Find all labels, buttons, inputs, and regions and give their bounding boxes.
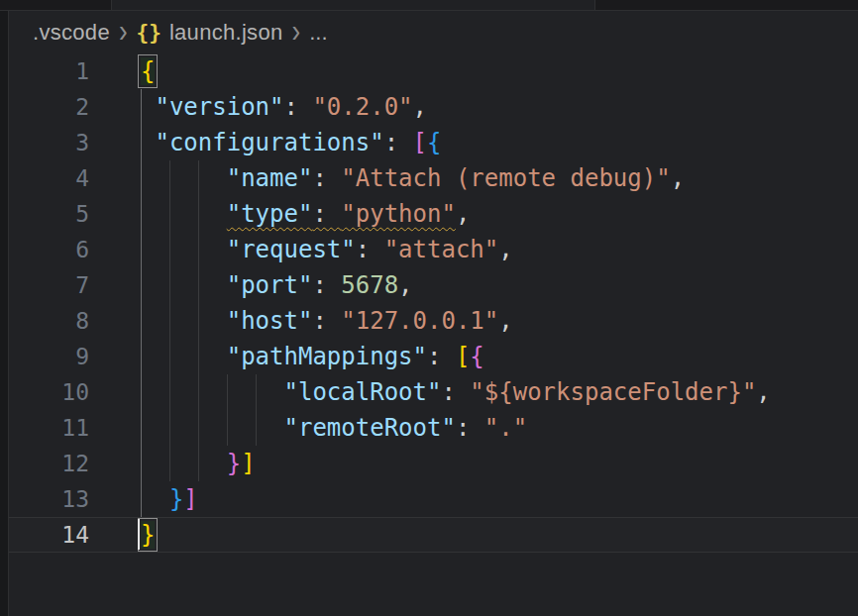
line-number[interactable]: 13 — [9, 481, 89, 517]
code-line[interactable]: 2 "version": "0.2.0", — [9, 89, 858, 125]
indent-guide — [227, 410, 228, 446]
line-number[interactable]: 9 — [9, 339, 89, 374]
line-number[interactable]: 4 — [9, 160, 89, 196]
line-number[interactable]: 5 — [9, 196, 89, 232]
line-content: "type": "python", — [141, 196, 858, 232]
breadcrumb: .vscode›{}launch.json›... — [9, 11, 858, 53]
code-token: : — [384, 129, 413, 156]
code-token: "pathMappings" — [227, 343, 427, 370]
indent-guide — [169, 232, 170, 267]
line-number[interactable]: 14 — [9, 517, 89, 553]
line-number[interactable]: 12 — [9, 446, 89, 481]
code-line[interactable]: 3 "configurations": [{ — [9, 125, 858, 160]
line-content: "configurations": [{ — [141, 125, 858, 160]
code-line[interactable]: 14} — [9, 517, 858, 553]
code-line[interactable]: 10 "localRoot": "${workspaceFolder}", — [9, 374, 858, 410]
indent-guide — [227, 374, 228, 410]
line-number[interactable]: 6 — [9, 232, 89, 267]
code-token: : — [284, 93, 313, 121]
indent-guide — [198, 160, 199, 196]
active-indent-guide — [141, 125, 142, 160]
matched-bracket: } — [141, 521, 155, 549]
code-line[interactable]: 12 }] — [9, 446, 858, 481]
code-line[interactable]: 1{ — [9, 53, 858, 89]
active-tab-sliver[interactable] — [112, 0, 594, 10]
matched-bracket: { — [141, 57, 155, 85]
indent-guide — [169, 446, 170, 481]
code-token: "version" — [155, 93, 283, 121]
indent-guide — [198, 303, 199, 339]
line-content: "pathMappings": [{ — [141, 339, 858, 374]
active-indent-guide — [141, 410, 142, 446]
tab-divider — [111, 0, 112, 10]
code-line[interactable]: 9 "pathMappings": [{ — [9, 339, 858, 374]
code-token: "host" — [227, 307, 313, 335]
json-braces-icon: {} — [137, 21, 161, 45]
code-token: } — [227, 450, 241, 477]
code-token: : — [456, 414, 484, 442]
code-token: "python" — [341, 200, 456, 228]
code-token: , — [413, 93, 427, 121]
code-token: "attach" — [384, 236, 499, 263]
code-token: "type" — [227, 200, 313, 228]
code-line[interactable]: 11 "remoteRoot": "." — [9, 410, 858, 446]
active-indent-guide — [141, 196, 142, 232]
code-token: : — [427, 343, 456, 370]
editor[interactable]: 1{2 "version": "0.2.0",3 "configurations… — [9, 53, 858, 616]
indent-guide — [198, 196, 199, 232]
code-line[interactable]: 13 }] — [9, 481, 858, 517]
chevron-right-icon: › — [292, 14, 301, 50]
active-indent-guide — [141, 160, 142, 196]
code-line[interactable]: 5 "type": "python", — [9, 196, 858, 232]
line-number[interactable]: 2 — [9, 89, 89, 125]
code-token: } — [169, 485, 183, 513]
code-token: "name" — [227, 164, 313, 192]
line-content: { — [141, 53, 858, 89]
active-indent-guide — [141, 374, 142, 410]
breadcrumb-item--vscode[interactable]: .vscode — [33, 20, 110, 46]
indent-guide — [256, 374, 257, 410]
breadcrumb-item-launch-json[interactable]: launch.json — [169, 20, 283, 46]
line-content: "request": "attach", — [141, 232, 858, 267]
line-number[interactable]: 11 — [9, 410, 89, 446]
code-token: : — [356, 236, 384, 263]
code-token: "${workspaceFolder}" — [470, 378, 756, 406]
code-line[interactable]: 8 "host": "127.0.0.1", — [9, 303, 858, 339]
code-token: : — [312, 307, 341, 335]
code-token: ] — [183, 485, 197, 513]
indent-guide — [169, 303, 170, 339]
line-content: "localRoot": "${workspaceFolder}", — [141, 374, 858, 410]
code-token: "port" — [227, 271, 313, 299]
code-token: [ — [456, 343, 470, 370]
code-token: , — [671, 164, 685, 192]
sidebar-edge — [0, 11, 9, 616]
indent-guide — [198, 374, 199, 410]
line-number[interactable]: 7 — [9, 267, 89, 303]
line-content: "host": "127.0.0.1", — [141, 303, 858, 339]
code-line[interactable]: 6 "request": "attach", — [9, 232, 858, 267]
code-token: , — [398, 271, 412, 299]
indent-guide — [169, 267, 170, 303]
line-number[interactable]: 10 — [9, 374, 89, 410]
code-line[interactable]: 7 "port": 5678, — [9, 267, 858, 303]
indent-guide — [169, 160, 170, 196]
active-indent-guide — [141, 267, 142, 303]
line-content: } — [141, 517, 858, 553]
active-indent-guide — [141, 339, 142, 374]
line-number[interactable]: 8 — [9, 303, 89, 339]
code-token: "localRoot" — [284, 378, 442, 406]
indent-guide — [198, 267, 199, 303]
line-number[interactable]: 3 — [9, 125, 89, 160]
line-number[interactable]: 1 — [9, 53, 89, 89]
indent-guide — [198, 232, 199, 267]
line-content: "port": 5678, — [141, 267, 858, 303]
code-token: { — [470, 343, 483, 370]
breadcrumb-item-more[interactable]: ... — [309, 20, 327, 46]
tab-bar[interactable] — [0, 0, 858, 11]
code-token: : — [312, 164, 341, 192]
code-token: "." — [484, 414, 527, 442]
chevron-right-icon: › — [119, 14, 128, 50]
code-line[interactable]: 4 "name": "Attach (remote debug)", — [9, 160, 858, 196]
code-token: , — [456, 200, 470, 228]
code-token: , — [498, 236, 512, 263]
